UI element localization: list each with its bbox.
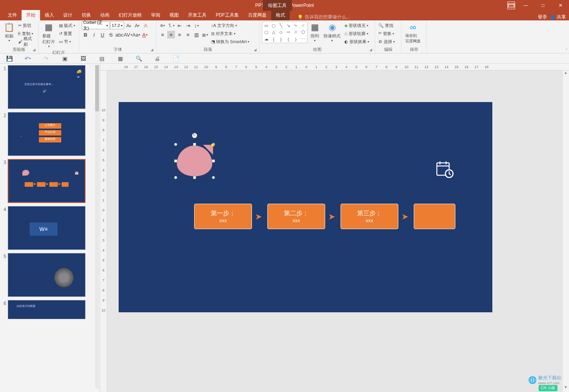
language-badge[interactable]: CH 小简 [539,385,557,391]
maximize-button[interactable]: □ [534,0,552,11]
bullets-button[interactable]: ≡ [159,22,166,29]
shape-brace2-icon[interactable]: } [277,36,284,42]
decrease-indent-button[interactable]: ⇤ [176,22,183,29]
step-3-box[interactable]: 第三步： xxx [341,204,398,229]
shape-triangle-icon[interactable]: △ [270,29,277,36]
drawing-dialog-launcher[interactable]: ◢ [369,48,374,52]
qat-btn-2[interactable]: 🖼 [79,55,87,62]
char-spacing-button[interactable]: AV [124,31,132,39]
shape-connector-icon[interactable]: ⤷ [292,22,299,29]
shape-paren2-icon[interactable]: ) [292,36,299,42]
section-button[interactable]: ▭节▾ [58,38,76,45]
quick-styles-button[interactable]: ◉ 快速样式 ▾ [322,22,342,43]
resize-handle-nw[interactable] [174,143,177,146]
tab-design[interactable]: 设计 [59,10,77,20]
shape-line-icon[interactable]: ╲ [277,22,284,29]
shadow-button[interactable]: abc [116,31,123,39]
thumb-slide-4[interactable]: 4✱ W≡ [1,206,99,250]
resize-handle-sw[interactable] [174,176,177,179]
slide-canvas[interactable]: 第一步： xxx ➤ 第二步： xxx ➤ 第三步： xxx ➤ [119,102,492,312]
select-button[interactable]: ⯐选择▾ [378,38,396,45]
share-button[interactable]: 👤 共享 [550,14,566,20]
tell-me-search[interactable]: 💡 告诉我您想要做什么... [297,14,350,20]
layout-button[interactable]: ▤版式▾ [58,22,76,29]
shapes-gallery[interactable]: ▭▢╲↘⤷○ ▢△◇⇨☆⬡ ☁{}()⋯ [262,22,307,43]
qat-btn-5[interactable]: 🔍 [135,55,143,62]
login-button[interactable]: 登录 [538,14,547,20]
thumb-scrollbar[interactable] [95,65,99,389]
shape-roundrect-icon[interactable]: ▢ [263,29,270,36]
shape-brace-icon[interactable]: { [270,36,277,42]
tab-home[interactable]: 开始 [22,10,40,20]
shape-more-icon[interactable]: ⋯ [300,36,307,42]
font-dialog-launcher[interactable]: ◢ [151,48,155,52]
format-painter-button[interactable]: 🖌格式刷 [17,38,36,45]
shape-paren-icon[interactable]: ( [285,36,292,42]
font-name-combo[interactable]: Corbel (正文)▾ [82,22,109,29]
tab-file[interactable]: 文件 [3,10,22,20]
underline-button[interactable]: U [99,31,106,39]
italic-button[interactable]: I [90,31,98,39]
qat-btn-4[interactable]: ▦ [116,55,124,62]
new-slide-button[interactable]: ▦ 新建 幻灯片 ▾ [41,22,57,49]
shape-textbox-icon[interactable]: ▢ [270,22,277,29]
resize-handle-se[interactable] [212,176,215,179]
scroll-down-button[interactable]: ▼ [562,385,569,392]
tab-slideshow[interactable]: 幻灯片放映 [114,10,146,20]
cut-button[interactable]: ✂剪切 [17,22,36,29]
qat-btn-7[interactable]: 📄 [172,55,180,62]
calendar-clock-icon[interactable] [435,160,454,182]
line-spacing-button[interactable]: ↕ [193,22,200,29]
qat-btn-1[interactable]: ▣ [61,55,69,62]
save-to-cloud-button[interactable]: ∞ 保存到 百度网盘 [404,22,422,45]
shape-arrow-icon[interactable]: ↘ [285,22,292,29]
shape-cloud-icon[interactable]: ☁ [263,36,270,42]
ribbon-display-options[interactable] [507,2,515,9]
numbering-button[interactable]: ⒈ [167,22,175,29]
shape-diamond-icon[interactable]: ◇ [277,29,284,36]
tab-insert[interactable]: 插入 [40,10,59,20]
tab-baidu[interactable]: 百度网盘 [243,10,271,20]
undo-button[interactable]: ↶▾ [24,55,32,62]
redo-button[interactable]: ↷ [42,55,50,62]
paragraph-dialog-launcher[interactable]: ◢ [254,48,258,52]
align-text-button[interactable]: ⊟对齐文本▾ [210,30,250,37]
decrease-font-button[interactable]: A▾ [133,22,141,29]
clear-formatting-button[interactable]: A [142,22,149,29]
shape-effects-button[interactable]: ◐形状效果▾ [344,38,370,45]
font-size-combo[interactable]: 17.2▾ [110,22,124,29]
shape-outline-button[interactable]: ◇形状轮廓▾ [344,30,370,37]
minimize-button[interactable]: — [517,0,534,11]
tab-view[interactable]: 视图 [165,10,183,20]
tab-animations[interactable]: 动画 [96,10,114,20]
strikethrough-button[interactable]: S [107,31,115,39]
step-4-box[interactable] [414,204,455,229]
shape-star-icon[interactable]: ☆ [292,29,299,36]
tab-pdf[interactable]: PDF工具集 [211,10,243,20]
slide-thumbnail-panel[interactable]: 1 历史记录中的著名事件... 🧀 ☁ 🔊 2 公司简介 产品介绍 案例内容 ←… [0,64,100,392]
shape-arrow2-icon[interactable]: ⇨ [285,29,292,36]
tab-review[interactable]: 审阅 [146,10,165,20]
tab-transitions[interactable]: 切换 [77,10,96,20]
align-right-button[interactable]: ≡ [176,31,183,39]
qat-btn-3[interactable]: ▤ [98,55,106,62]
selected-teardrop-shape[interactable] [176,144,213,178]
shape-rect-icon[interactable]: ▭ [263,22,270,29]
qat-btn-6[interactable]: 🖨 [153,55,161,62]
shape-hex-icon[interactable]: ⬡ [300,29,307,36]
resize-handle-e[interactable] [212,159,215,162]
tab-developer[interactable]: 开发工具 [183,10,211,20]
resize-handle-n[interactable] [193,143,196,146]
step-1-box[interactable]: 第一步： xxx [194,204,252,229]
collapse-ribbon-button[interactable]: ˄ [566,48,567,52]
font-color-button[interactable]: A [141,31,149,39]
save-button[interactable]: 💾 [5,55,13,62]
step-2-box[interactable]: 第二步： xxx [267,204,325,229]
paste-button[interactable]: 📋 粘贴 ▾ [2,22,16,43]
replace-button[interactable]: ᵃᵇ替换▾ [378,30,395,37]
thumb-slide-6[interactable]: 6 此处填片的标题 [1,300,99,319]
find-button[interactable]: 🔍查找 [378,22,394,29]
reset-button[interactable]: ↺重置 [58,30,76,37]
thumb-slide-1[interactable]: 1 历史记录中的著名事件... 🧀 ☁ 🔊 [1,65,99,109]
tab-format[interactable]: 格式 [271,10,290,20]
